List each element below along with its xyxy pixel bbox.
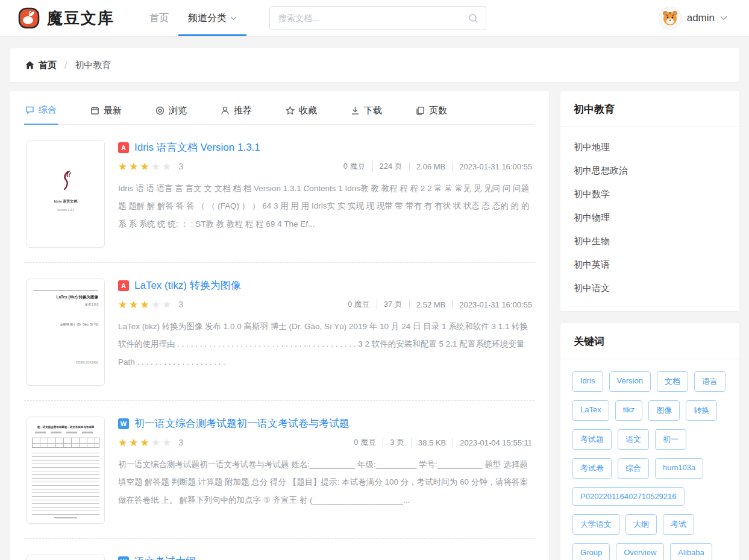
keyword-tag-list: Idris Version 文档 语言 LaTex tikz 图像 转换 考试题 [560,359,739,560]
doc-size: 2.52 MB [409,300,452,309]
document-thumbnail[interactable] [27,555,105,560]
breadcrumb-separator: / [64,60,67,71]
keywords-card: 关键词 Idris Version 文档 语言 LaTex tikz 图像 [560,323,739,560]
document-item: W 语文考试大纲 [24,539,534,560]
document-title-link[interactable]: LaTex (tikz) 转换为图像 [134,278,241,292]
keyword-tag[interactable]: 初一 [655,429,686,450]
category-link[interactable]: 初中地理 [574,136,726,159]
tab-composite[interactable]: 综合 [24,104,58,125]
thumb-text-lines [32,453,100,515]
user-menu[interactable]: admin [659,7,727,30]
keyword-tag[interactable]: 考试题 [572,429,612,450]
tab-favorites[interactable]: 收藏 [284,104,318,124]
document-thumbnail[interactable]: LaTex (tikz) 转换为图像 发布 1.0.0 高斯羽 博士 (Dr. … [27,278,105,386]
document-title-link[interactable]: 语文考试大纲 [134,555,196,560]
keyword-tag[interactable]: hum103a [655,458,703,479]
keyword-tag[interactable]: 语文 [618,429,649,450]
rating-value: 3 [178,300,183,309]
tab-pages[interactable]: 页数 [415,104,448,124]
tab-recommend[interactable]: 推荐 [219,104,253,124]
keyword-tag[interactable]: 大学语文 [572,514,619,535]
category-link[interactable]: 初中生物 [574,230,726,253]
main-nav: 首页 频道分类 [140,0,246,36]
breadcrumb-home-link[interactable]: 首页 [25,60,57,71]
sidebar: 初中教育 初中地理 初中思想政治 初中数学 初中物理 初中生物 初中英语 初中语… [560,91,739,560]
idris-logo-art [59,170,72,193]
document-item: LaTex (tikz) 转换为图像 发布 1.0.0 高斯羽 博士 (Dr. … [24,263,534,401]
category-link[interactable]: 初中英语 [574,253,726,277]
document-meta: 0 魔豆 224 页 2.06 MB 2023-01-31 16:00:55 [337,161,532,172]
doc-price: 0 魔豆 [337,161,372,172]
rating-value: 3 [178,162,183,171]
thumb-score-table [32,438,100,448]
doc-price: 0 魔豆 [347,437,383,448]
thumb-title: LaTex (tikz) 转换为图像 [56,295,98,300]
brand-name: 魔豆文库 [47,8,114,29]
tab-views[interactable]: 浏览 [154,104,188,124]
document-description: LaTex (tikz) 转换为图像 发布 1.0.0 高斯羽 博士 (Dr. … [118,318,532,371]
keywords-card-title: 关键词 [560,323,739,359]
doc-pages: 37 页 [377,299,409,310]
search-box [269,6,486,30]
top-header: 魔豆文库 首页 频道分类 [0,0,749,36]
nav-item-channels[interactable]: 频道分类 [178,0,246,36]
keyword-tag[interactable]: Group [572,543,610,560]
keyword-tag[interactable]: P020220116402710529216 [572,487,685,506]
avatar [659,7,682,30]
keyword-tag[interactable]: 综合 [618,458,649,479]
document-item: Idris 语言文档 Version 1.3.1 A Idris 语言文档 Ve… [24,125,534,263]
keyword-tag[interactable]: 转换 [686,400,717,421]
keyword-tag[interactable]: 语言 [694,371,725,392]
category-link[interactable]: 初中物理 [574,206,726,230]
thumb-subtitle: Version 1.3.1 [57,208,74,212]
search-icon[interactable] [468,13,478,24]
keyword-tag[interactable]: 文档 [657,371,688,392]
chevron-down-icon [230,16,237,20]
document-title-link[interactable]: 初一语文综合测考试题初一语文考试卷与考试题 [134,417,349,430]
category-card-title: 初中教育 [560,91,739,127]
category-link[interactable]: 初中语文 [574,277,726,300]
tab-downloads[interactable]: 下载 [349,104,383,124]
breadcrumb: 首页 / 初中教育 [10,48,739,82]
document-description: 初一语文综合测考试题初一语文考试卷与考试题 姓名:__________ 年级:_… [118,456,532,509]
thumb-subtitle: 发布 1.0.0 [84,303,98,306]
doc-pages: 3 页 [383,437,411,448]
document-description: Idris 语 语 语言 言 言文 文 文档 档 档 Version 1.3.1… [118,180,532,233]
star-rating: ★★★★★ [118,300,173,310]
search-input[interactable] [278,13,468,23]
keyword-tag[interactable]: 图像 [648,400,680,421]
nav-item-home[interactable]: 首页 [140,0,178,36]
site-logo[interactable]: 魔豆文库 [17,6,114,30]
thumb-author: 高斯羽 博士 (Dr. Gāo, Sī Yǔ) [60,322,98,326]
document-thumbnail[interactable]: 初一语文综合测考试题初一语文考试卷与考试题 [27,417,105,524]
category-link[interactable]: 初中思想政治 [574,159,726,183]
brand-bean-icon [17,6,41,30]
keyword-tag[interactable]: 考试 [663,514,694,535]
word-file-icon: W [118,556,129,560]
category-list: 初中地理 初中思想政治 初中数学 初中物理 初中生物 初中英语 初中语文 [560,127,739,311]
word-file-icon: W [118,418,129,429]
doc-time: 2023-01-31 16:00:55 [452,300,532,309]
thumb-date: 2019年10月24日 [76,360,98,364]
document-title-link[interactable]: Idris 语言文档 Version 1.3.1 [134,140,260,154]
pdf-file-icon: A [118,142,129,153]
document-thumbnail[interactable]: Idris 语言文档 Version 1.3.1 [27,140,105,248]
thumb-title: 初一语文综合测考试题初一语文考试卷与考试题 [32,426,100,429]
sort-tabs: 综合 最新 浏览 推荐 收藏 下载 [24,91,534,125]
keyword-tag[interactable]: 考试卷 [572,458,612,479]
doc-price: 0 魔豆 [341,299,377,310]
keyword-tag[interactable]: Version [609,371,651,392]
category-link[interactable]: 初中数学 [574,183,726,206]
keyword-tag[interactable]: Alibaba [670,543,712,560]
keyword-tag[interactable]: Idris [572,371,603,392]
document-item: 初一语文综合测考试题初一语文考试卷与考试题 W 初一语文综合测考试题初一语文考试… [24,401,534,539]
document-meta: 0 魔豆 3 页 38.5 KB 2023-01-04 15:55:11 [347,437,532,448]
doc-size: 38.5 KB [411,438,453,447]
keyword-tag[interactable]: tikz [615,400,643,421]
tab-latest[interactable]: 最新 [89,104,123,124]
home-icon [25,61,34,69]
keyword-tag[interactable]: Overview [616,543,664,560]
username: admin [687,12,715,24]
keyword-tag[interactable]: 大纲 [625,514,657,535]
keyword-tag[interactable]: LaTex [572,400,609,421]
